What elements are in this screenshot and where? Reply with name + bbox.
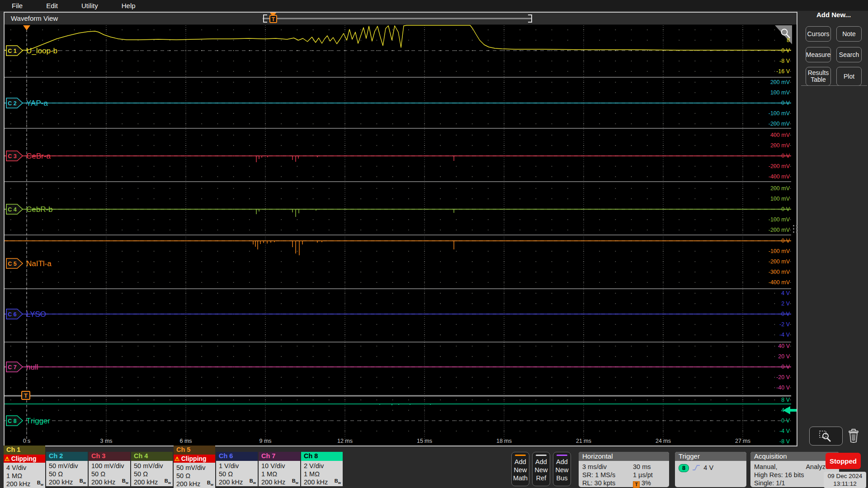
add-cursors-button[interactable]: Cursors: [806, 26, 831, 42]
channel-tag-label-c4: C 4: [8, 206, 17, 213]
channel-badge-header: Ch 5: [174, 446, 215, 455]
time-axis-label: 15 ms: [417, 438, 432, 444]
channel-badge-settings: 50 mV/div50 Ω200 kHzBw: [131, 461, 173, 486]
axis-label-c6: -4 V: [779, 332, 790, 338]
add-results-table-button[interactable]: Results Table: [806, 67, 831, 86]
channel-name-c5[interactable]: NaITl-a: [26, 259, 52, 268]
axis-label-c4: 100 mV: [770, 196, 790, 202]
time-axis-label: 0 s: [23, 438, 31, 444]
zoom-box-button[interactable]: [809, 427, 843, 446]
accent-line: [536, 455, 547, 456]
bandwidth-row: 200 kHzBw: [49, 478, 86, 486]
channel-badge-ch7[interactable]: Ch 710 V/div1 MΩ200 kHzBw: [259, 452, 300, 486]
bandwidth-value: 200 kHz: [6, 480, 30, 488]
channel-name-c3[interactable]: CeBr-a: [26, 152, 51, 160]
add-new-ref-button[interactable]: AddNewRef: [532, 452, 550, 486]
axis-label-c5: -100 mV: [769, 248, 790, 254]
acquisition-resolution: High Res: 16 bits: [754, 471, 804, 479]
bandwidth-limit-icon: Bw: [122, 477, 128, 487]
bandwidth-row: 200 kHzBw: [219, 478, 256, 486]
axis-label-c6: -2 V: [779, 321, 790, 328]
menu-item-help[interactable]: Help: [110, 2, 147, 9]
clipping-warning: ⚠Clipping: [174, 455, 215, 463]
horizontal-panel[interactable]: Horizontal 3 ms/div SR: 1 MS/s RL: 30 kp…: [579, 452, 669, 487]
channel-name-c6[interactable]: LYSO: [26, 310, 46, 319]
add-measure-button[interactable]: Measure: [806, 47, 831, 62]
axis-label-c2: -100 mV: [769, 110, 790, 117]
axis-label-c2: 100 mV: [770, 89, 790, 96]
axis-label-c6: 2 V: [781, 300, 790, 307]
panel-resize-handle[interactable]: [793, 225, 797, 237]
menu-item-utility[interactable]: Utility: [70, 2, 110, 9]
channel-badge-ch5[interactable]: Ch 5⚠Clipping50 mV/div50 Ω200 kHzBw: [174, 446, 215, 488]
axis-label-c2: 200 mV: [770, 79, 790, 85]
add-note-button[interactable]: Note: [836, 26, 862, 42]
axis-label-c2: 0 V: [781, 100, 790, 106]
vertical-scale-value: 1 V/div: [219, 462, 256, 470]
add-search-button[interactable]: Search: [836, 47, 862, 62]
trigger-level-arrow-stem: [790, 409, 797, 412]
vertical-scale-value: 50 mV/div: [134, 462, 171, 470]
trigger-position-icon: T: [633, 481, 640, 488]
acquisition-single: Single: 1/1: [754, 479, 785, 487]
vertical-scale-value: 2 V/div: [304, 462, 341, 470]
channel-badge-ch2[interactable]: Ch 250 mV/div50 Ω200 kHzBw: [46, 452, 88, 486]
channel-tag-label-c5: C 5: [8, 261, 17, 267]
axis-label-c7: 40 V: [778, 343, 790, 349]
axis-label-c3: -200 mV: [769, 163, 790, 169]
bandwidth-row: 200 kHzBw: [6, 480, 43, 488]
channel-badge-header: Ch 4: [131, 452, 173, 461]
channel-tag-label-c8: C 8: [8, 418, 17, 424]
axis-label-c8: 0 V: [781, 418, 790, 424]
add-new-math-button[interactable]: AddNewMath: [511, 452, 529, 486]
bandwidth-row: 200 kHzBw: [176, 480, 213, 488]
channel-name-c8[interactable]: Trigger: [26, 417, 51, 425]
channel-badge-ch1[interactable]: Ch 1⚠Clipping4 V/div1 MΩ200 kHzBw: [4, 446, 45, 488]
channel-name-c7[interactable]: null: [26, 363, 38, 371]
channel-badge-ch4[interactable]: Ch 450 mV/div50 Ω200 kHzBw: [131, 452, 173, 486]
bandwidth-value: 200 kHz: [304, 478, 328, 486]
channel-badge-settings: 50 mV/div50 Ω200 kHzBw: [46, 461, 88, 486]
channel-badge-ch3[interactable]: Ch 3100 mV/div50 Ω200 kHzBw: [89, 452, 130, 486]
trash-button[interactable]: [846, 427, 861, 446]
trigger-panel[interactable]: Trigger 8 4 V: [675, 452, 746, 487]
menu-item-edit[interactable]: Edit: [34, 2, 70, 9]
graticule: 0 s3 ms6 ms9 ms12 ms15 ms18 ms21 ms24 ms…: [5, 23, 797, 446]
time-axis-label: 9 ms: [259, 438, 271, 444]
channel-badge-ch8[interactable]: Ch 82 V/div1 MΩ200 kHzBw: [301, 452, 343, 486]
horizontal-trigger-position: T 3%: [633, 479, 651, 487]
channel-name-c2[interactable]: YAP-a: [26, 99, 48, 108]
trigger-time-marker-icon[interactable]: [23, 25, 30, 30]
add-new-heading: Add New...: [800, 11, 867, 19]
menu-item-file[interactable]: File: [0, 2, 34, 9]
axis-label-c7: -20 V: [776, 374, 790, 380]
clipping-warning-icon: ⚠: [175, 456, 180, 462]
channel-badge-ch6[interactable]: Ch 61 V/div50 Ω200 kHzBw: [216, 452, 258, 486]
trigger-source-t-letter: T: [24, 392, 28, 399]
trace-c1: [5, 25, 791, 50]
channel-name-c4[interactable]: CebR-b: [26, 205, 53, 214]
bandwidth-limit-icon: Bw: [37, 479, 43, 488]
bandwidth-limit-icon: Bw: [292, 477, 298, 487]
add-plot-button[interactable]: Plot: [836, 67, 862, 86]
acquisition-mode-row: Manual,Analyze: [754, 463, 835, 471]
datetime-display: 09 Dec 2024 13:11:12: [824, 472, 866, 488]
bandwidth-row: 200 kHzBw: [261, 478, 298, 486]
channel-badge-settings: 50 mV/div50 Ω200 kHzBw: [174, 463, 215, 488]
oscilloscope-screen: FileEditUtilityHelp Waveform View T 0 s3…: [0, 0, 868, 488]
bandwidth-row: 200 kHzBw: [304, 478, 341, 486]
run-state-stopped-button[interactable]: Stopped: [826, 453, 861, 469]
axis-label-c1: 8: [787, 37, 790, 43]
menu-bar: FileEditUtilityHelp: [0, 0, 868, 11]
bandwidth-row: 200 kHzBw: [91, 478, 128, 486]
axis-label-c3: 400 mV: [770, 132, 790, 138]
time-axis-label: 18 ms: [496, 438, 512, 444]
channel-tag-label-c6: C 6: [8, 311, 17, 318]
axis-label-c8: -4 V: [779, 428, 790, 434]
trigger-source-badge: 8: [679, 464, 689, 472]
channel-name-c1[interactable]: U_loop-b: [26, 47, 57, 55]
axis-label-c1: -8 V: [779, 58, 790, 64]
bandwidth-limit-icon: Bw: [207, 479, 213, 488]
record-view-bar[interactable]: T: [258, 13, 547, 24]
add-new-bus-button[interactable]: AddNewBus: [553, 452, 571, 486]
